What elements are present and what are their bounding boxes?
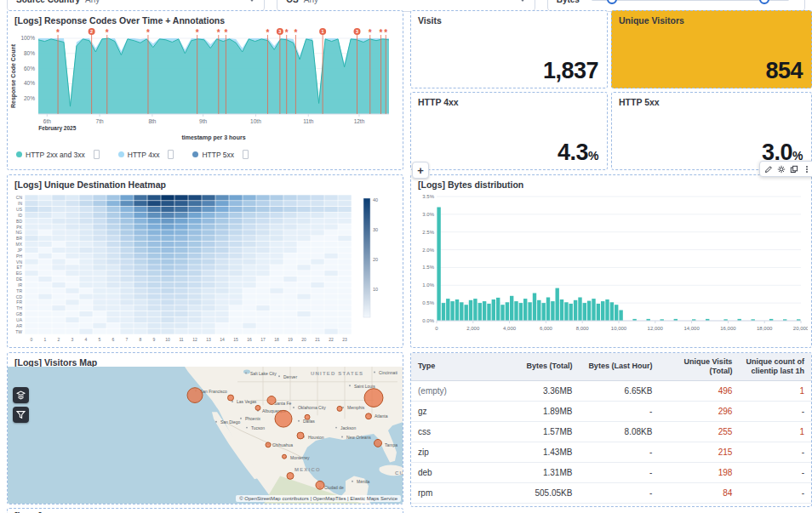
map-city-label: Mérida <box>357 480 369 484</box>
map-attribution[interactable]: © OpenStreetMap contributors | OpenMapTi… <box>236 495 401 502</box>
table-column-header[interactable]: Unique Visits (Total) <box>659 353 739 380</box>
panel-title[interactable]: [Logs] Bytes distribution <box>411 175 811 191</box>
table-cell: - <box>579 462 659 482</box>
visitor-marker[interactable] <box>287 472 294 479</box>
svg-text:0: 0 <box>31 337 33 342</box>
svg-text:IN: IN <box>18 201 22 206</box>
panel-title[interactable]: Visits <box>411 11 607 27</box>
visitor-marker[interactable] <box>297 432 304 439</box>
panel-title[interactable]: Unique Visitors <box>612 11 811 27</box>
svg-text:*: * <box>146 28 150 37</box>
heatmap-chart[interactable]: CNINUSIDBDPKNGBRMXJPPHVNETEGDEIRTRCDFRTH… <box>8 191 399 346</box>
table-column-header[interactable]: Type <box>411 353 491 380</box>
legend-action-icon[interactable] <box>168 150 174 159</box>
svg-text:0.5%: 0.5% <box>422 300 434 305</box>
svg-text:GB: GB <box>16 311 23 316</box>
table-cell: css <box>411 421 491 442</box>
svg-text:6,000: 6,000 <box>540 326 553 331</box>
slider-handle-min[interactable] <box>607 0 617 4</box>
visitor-marker[interactable] <box>366 413 372 419</box>
settings-gear-icon[interactable] <box>775 163 786 174</box>
map-city-label: Jackson <box>340 426 357 430</box>
panel-title[interactable]: HTTP 5xx <box>612 93 811 109</box>
legend-swatch-icon <box>118 151 124 157</box>
visitor-marker[interactable] <box>255 405 260 410</box>
svg-text:10: 10 <box>165 337 170 342</box>
table-row: deb1.31MB-198- <box>411 462 811 482</box>
visitor-marker[interactable] <box>375 439 382 447</box>
table-cell: - <box>579 482 659 503</box>
visitor-marker[interactable] <box>267 396 276 405</box>
panel-title[interactable]: [Logs] <box>8 509 403 513</box>
bytes-histogram-chart[interactable]: 0.0%0.5%1.0%1.5%2.0%2.5%3.0%3.5%02,0004,… <box>411 191 808 346</box>
legend-item[interactable]: HTTP 5xx <box>192 151 234 159</box>
svg-text:3: 3 <box>278 29 281 34</box>
copy-icon[interactable] <box>788 163 799 174</box>
table-column-header[interactable]: Unique count of clientip last 1h <box>739 353 811 380</box>
svg-text:CD: CD <box>16 294 23 299</box>
legend-item[interactable]: HTTP 4xx <box>118 151 160 159</box>
svg-text:21: 21 <box>315 337 320 342</box>
svg-text:ID: ID <box>18 213 22 218</box>
table-cell: 1 <box>739 421 811 442</box>
map-city-label: Denver <box>283 375 297 379</box>
svg-text:8th: 8th <box>148 118 156 124</box>
svg-text:BR: BR <box>16 236 22 241</box>
metric-value: 1,837 <box>543 58 598 84</box>
panel-title[interactable]: [Logs] Unique Destination Heatmap <box>8 175 403 191</box>
table-cell: 215 <box>659 442 739 462</box>
map-city-label: Monterrey <box>290 456 310 460</box>
table-column-header[interactable]: Bytes (Total) <box>491 353 579 380</box>
visitor-marker[interactable] <box>187 388 203 403</box>
svg-text:3: 3 <box>356 29 358 34</box>
legend-action-icon[interactable] <box>94 150 100 159</box>
legend-label: HTTP 2xx and 3xx <box>26 151 85 159</box>
table-cell: - <box>579 442 659 462</box>
visitor-marker[interactable] <box>364 389 383 408</box>
table-cell: 1.57MB <box>491 421 579 442</box>
map-city-label: Las Vegas <box>237 400 257 404</box>
svg-text:18,000: 18,000 <box>757 326 773 331</box>
svg-text:*: * <box>266 28 269 37</box>
svg-text:EG: EG <box>16 271 22 276</box>
map-canvas[interactable]: Salt Lake CityDenverUNITED STATESCincinn… <box>8 367 403 504</box>
panel-title[interactable]: [Logs] Response Codes Over Time + Annota… <box>8 11 403 27</box>
table-cell: 1.31MB <box>491 462 579 482</box>
control-label: OS <box>286 0 298 4</box>
svg-text:3: 3 <box>71 337 74 342</box>
svg-text:UA: UA <box>16 317 23 322</box>
edit-pencil-icon[interactable] <box>763 163 774 174</box>
visitor-marker[interactable] <box>266 442 271 447</box>
map-city-label: Santa Fe <box>274 402 291 406</box>
visitor-marker[interactable] <box>305 414 310 419</box>
visitor-marker[interactable] <box>316 481 324 489</box>
svg-text:12th: 12th <box>354 118 365 124</box>
response-codes-chart[interactable]: 20%40%60%80%100%6thFebruary 20257th8th9t… <box>8 27 399 145</box>
panel-title[interactable]: HTTP 4xx <box>411 93 607 109</box>
bytes-range-slider[interactable] <box>592 0 789 1</box>
svg-text:*: * <box>285 28 289 37</box>
legend-label: HTTP 4xx <box>128 151 160 159</box>
table-row: gz1.89MB-296- <box>411 401 811 421</box>
slider-handle-max[interactable] <box>759 0 769 4</box>
map-basemap[interactable]: Salt Lake CityDenverUNITED STATESCincinn… <box>8 367 403 504</box>
filter-tool-icon[interactable] <box>13 407 29 423</box>
visitor-marker[interactable] <box>337 406 342 411</box>
svg-text:18: 18 <box>274 337 279 342</box>
table-column-header[interactable]: Bytes (Last Hour) <box>579 353 659 380</box>
legend-item[interactable]: HTTP 2xx and 3xx <box>16 151 85 159</box>
svg-text:12: 12 <box>192 337 197 342</box>
svg-text:*: * <box>294 28 297 37</box>
legend-action-icon[interactable] <box>243 150 249 159</box>
layers-icon[interactable] <box>13 387 29 403</box>
panel-http4xx-metric: HTTP 4xx 4.3% <box>410 92 608 170</box>
map-city-label: Oklahoma City <box>298 406 326 410</box>
visitor-marker[interactable] <box>228 395 234 401</box>
visitor-marker[interactable] <box>283 454 287 459</box>
add-panel-button[interactable]: + <box>412 162 429 179</box>
panel-http5xx-metric: HTTP 5xx 3.0% <box>611 92 812 170</box>
map-great-salt-lake <box>243 369 250 373</box>
more-vertical-icon[interactable] <box>801 163 812 174</box>
svg-text:10: 10 <box>373 287 378 292</box>
visitor-marker[interactable] <box>275 410 292 427</box>
